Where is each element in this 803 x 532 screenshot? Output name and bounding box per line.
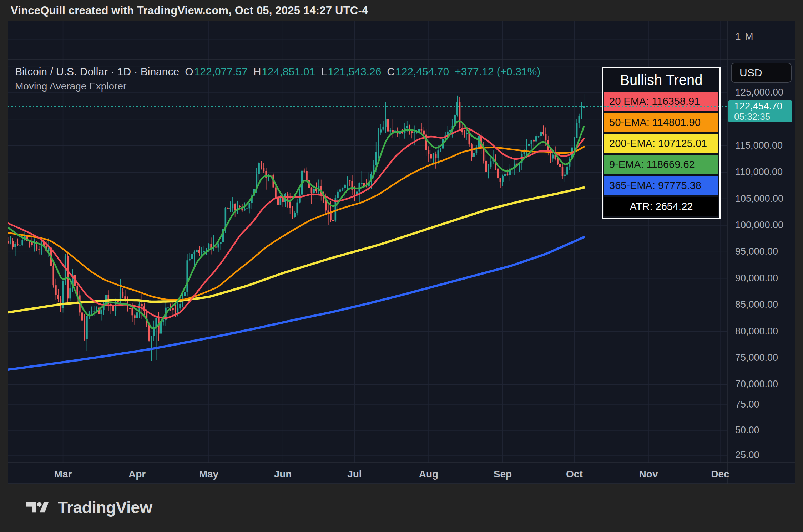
- time-tick-label: Apr: [121, 469, 153, 480]
- time-tick-label: Aug: [413, 469, 445, 480]
- price-tick-label: 90,000.00: [735, 273, 778, 284]
- price-tick-label: 125,000.00: [735, 87, 783, 98]
- bar-countdown: 05:32:35: [734, 112, 792, 122]
- lower-pane-tick-label: 50.00: [735, 425, 759, 436]
- change-value: +377.12 (+0.31%): [455, 66, 540, 78]
- time-tick-label: May: [193, 469, 225, 480]
- time-tick-label: Jul: [338, 469, 370, 480]
- trend-status-label: Bullish Trend: [604, 70, 718, 90]
- ohlc-values: O122,077.57H124,851.01L121,543.26C122,45…: [185, 66, 449, 78]
- time-tick-label: Nov: [632, 469, 665, 480]
- legend-row: 20 EMA: 116358.91: [604, 92, 718, 111]
- legend-row: 200-EMA: 107125.01: [604, 134, 718, 153]
- price-tick-label: 100,000.00: [735, 220, 783, 231]
- currency-toggle-button[interactable]: USD: [731, 63, 792, 83]
- ohlc-item-C: C122,454.70: [387, 66, 449, 78]
- ohlc-item-L: L121,543.26: [321, 66, 382, 78]
- tradingview-branding[interactable]: TradingView: [26, 498, 152, 517]
- attribution-text: VinceQuill created with TradingView.com,…: [11, 4, 368, 17]
- legend-row: 365-EMA: 97775.38: [604, 176, 718, 195]
- tradingview-chart-screenshot: VinceQuill created with TradingView.com,…: [0, 0, 803, 532]
- current-price-line: [8, 106, 728, 107]
- lower-pane-tick-label: 75.00: [735, 399, 759, 410]
- tradingview-logo-icon: [26, 501, 49, 514]
- price-tick-label: 115,000.00: [735, 140, 783, 151]
- price-tick-label: 95,000.00: [735, 246, 778, 257]
- price-tick-label: 110,000.00: [735, 167, 783, 178]
- time-tick-label: Dec: [704, 469, 736, 480]
- current-price-badge: 122,454.70 05:32:35: [728, 100, 792, 122]
- symbol-title[interactable]: Bitcoin / U.S. Dollar · 1D · Binance: [15, 66, 179, 78]
- price-tick-label: 70,000.00: [735, 379, 778, 390]
- attribution-bar: VinceQuill created with TradingView.com,…: [11, 4, 368, 17]
- range-selector-label[interactable]: 1 M: [735, 31, 754, 42]
- ohlc-item-O: O122,077.57: [185, 66, 248, 78]
- price-tick-label: 80,000.00: [735, 326, 778, 337]
- price-tick-label: 75,000.00: [735, 352, 778, 363]
- current-price-value: 122,454.70: [734, 101, 792, 112]
- tradingview-wordmark: TradingView: [58, 498, 152, 517]
- legend-row: ATR: 2654.22: [604, 197, 718, 216]
- legend-row: 50-EMA: 114801.90: [604, 113, 718, 132]
- time-tick-label: Mar: [47, 469, 79, 480]
- time-tick-label: Oct: [558, 469, 590, 480]
- indicator-title[interactable]: Moving Average Explorer: [15, 81, 126, 92]
- legend-row: 9-EMA: 118669.62: [604, 155, 718, 174]
- symbol-header[interactable]: Bitcoin / U.S. Dollar · 1D · Binance O12…: [15, 66, 540, 78]
- time-tick-label: Jun: [267, 469, 299, 480]
- price-tick-label: 105,000.00: [735, 193, 783, 204]
- price-tick-label: 85,000.00: [735, 299, 778, 310]
- trend-legend-panel: Bullish Trend 20 EMA: 116358.9150-EMA: 1…: [602, 67, 721, 219]
- time-tick-label: Sep: [487, 469, 519, 480]
- ohlc-item-H: H124,851.01: [253, 66, 315, 78]
- lower-pane-tick-label: 25.00: [735, 450, 759, 461]
